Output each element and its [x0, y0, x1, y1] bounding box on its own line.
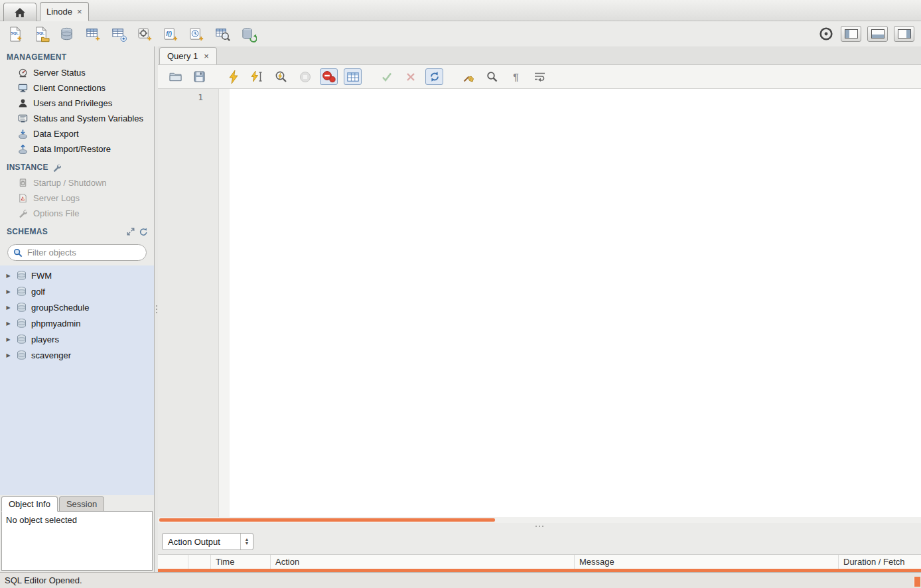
open-sql-script-icon[interactable]: SQL	[33, 25, 50, 43]
schema-item-phpmyadmin[interactable]: ▶ phpmyadmin	[0, 315, 154, 331]
column-duration: Duration / Fetch	[839, 555, 921, 569]
sidebar-item-label: Server Logs	[33, 193, 80, 203]
wrap-text-icon[interactable]	[531, 68, 549, 85]
filter-objects-input[interactable]	[26, 247, 145, 258]
expander-icon[interactable]: ▶	[5, 321, 11, 327]
limit-rows-icon[interactable]	[344, 68, 362, 85]
toggle-bottom-panel-button[interactable]	[867, 26, 888, 42]
search-table-data-icon[interactable]	[214, 25, 232, 43]
schema-item-fwm[interactable]: ▶ FWM	[0, 267, 154, 283]
toggle-autocommit-icon[interactable]	[425, 68, 443, 85]
schema-label: golf	[31, 287, 45, 297]
power-icon	[17, 178, 28, 188]
column-index	[188, 555, 211, 569]
output-splitter[interactable]	[158, 523, 921, 529]
expander-icon[interactable]: ▶	[5, 352, 11, 358]
line-number-gutter: 1	[158, 89, 219, 517]
object-info-tab-bar: Object Info Session	[0, 495, 154, 512]
create-schema-icon[interactable]	[58, 25, 76, 43]
reconnect-dbms-icon[interactable]	[240, 25, 257, 43]
sidebar-item-label: Data Import/Restore	[33, 144, 111, 154]
query-tab-bar: Query 1 ×	[158, 46, 921, 65]
create-table-icon[interactable]	[84, 25, 102, 43]
output-panel: Action Output ▲▼ Time Action Message Dur…	[158, 529, 921, 572]
connection-status-icon[interactable]	[817, 25, 835, 43]
editor-hscrollbar[interactable]	[158, 517, 921, 523]
beautify-icon[interactable]	[459, 68, 477, 85]
create-view-icon[interactable]	[110, 25, 128, 43]
toggle-right-panel-button[interactable]	[894, 26, 914, 42]
find-icon[interactable]	[483, 68, 501, 85]
tab-object-info[interactable]: Object Info	[1, 496, 58, 512]
tab-session[interactable]: Session	[59, 496, 104, 512]
toggle-left-panel-button[interactable]	[841, 26, 861, 42]
schema-item-players[interactable]: ▶ players	[0, 331, 154, 347]
open-script-icon[interactable]	[167, 68, 184, 85]
sidebar-item-startup-shutdown[interactable]: Startup / Shutdown	[0, 175, 154, 190]
sidebar: MANAGEMENT Server Status Client Connecti…	[0, 46, 154, 572]
sidebar-item-data-import[interactable]: Data Import/Restore	[0, 141, 154, 157]
expand-schemas-icon[interactable]	[127, 228, 135, 236]
expander-icon[interactable]: ▶	[5, 289, 11, 295]
schema-icon	[16, 302, 27, 313]
stepper-icon[interactable]: ▲▼	[240, 534, 253, 550]
output-toolbar: Action Output ▲▼	[158, 529, 921, 554]
output-type-select[interactable]: Action Output ▲▼	[162, 533, 253, 550]
sidebar-item-server-logs[interactable]: A Server Logs	[0, 190, 154, 206]
connection-tab[interactable]: Linode ×	[40, 2, 89, 21]
sidebar-item-options-file[interactable]: Options File	[0, 206, 154, 221]
expander-icon[interactable]: ▶	[5, 336, 11, 342]
stop-icon[interactable]	[296, 68, 314, 85]
show-invisibles-icon[interactable]: ¶	[507, 68, 525, 85]
instance-section-header: INSTANCE	[0, 157, 154, 175]
explain-icon[interactable]	[272, 68, 290, 85]
schema-item-golf[interactable]: ▶ golf	[0, 283, 154, 299]
rollback-icon[interactable]	[401, 68, 419, 85]
connection-tab-close-icon[interactable]: ×	[77, 7, 82, 16]
expander-icon[interactable]: ▶	[5, 305, 11, 311]
sidebar-item-users-privileges[interactable]: Users and Privileges	[0, 96, 154, 111]
sidebar-item-client-connections[interactable]: Client Connections	[0, 80, 154, 96]
schemas-section-header: SCHEMAS	[0, 221, 154, 240]
tab-label: Object Info	[9, 499, 50, 509]
expander-icon[interactable]: ▶	[5, 273, 11, 279]
tab-label: Session	[66, 499, 97, 509]
schema-item-groupschedule[interactable]: ▶ groupSchedule	[0, 299, 154, 315]
create-function-icon[interactable]: f()	[162, 25, 180, 43]
svg-text:f(): f()	[166, 31, 172, 37]
schema-label: phpmyadmin	[31, 319, 80, 329]
query-tab-label: Query 1	[167, 51, 198, 61]
sidebar-item-label: Options File	[33, 208, 79, 218]
home-tab[interactable]	[3, 3, 36, 21]
create-event-icon[interactable]	[188, 25, 206, 43]
options-wrench-icon	[17, 208, 28, 219]
sidebar-item-label: Users and Privileges	[33, 98, 112, 108]
query-tab-close-icon[interactable]: ×	[204, 52, 209, 60]
commit-icon[interactable]	[378, 68, 395, 85]
sidebar-item-label: Data Export	[33, 129, 79, 139]
new-query-tab-icon[interactable]: SQL	[7, 25, 25, 43]
schema-tree: ▶ FWM ▶ golf ▶ groupSchedule ▶ phpmyadmi…	[0, 265, 154, 495]
schemas-title: SCHEMAS	[7, 227, 48, 236]
output-vscrollbar-thumb[interactable]	[914, 577, 920, 587]
sql-editor[interactable]: 1	[158, 89, 921, 517]
schema-item-scavenger[interactable]: ▶ scavenger	[0, 347, 154, 363]
svg-text:SQL: SQL	[11, 31, 19, 35]
sidebar-item-server-status[interactable]: Server Status	[0, 65, 154, 80]
execute-icon[interactable]	[224, 68, 242, 85]
save-script-icon[interactable]	[190, 68, 208, 85]
execute-current-icon[interactable]	[248, 68, 266, 85]
toggle-stop-on-error-icon[interactable]	[320, 68, 338, 85]
create-procedure-icon[interactable]	[136, 25, 154, 43]
sidebar-item-data-export[interactable]: Data Export	[0, 126, 154, 141]
log-file-icon: A	[17, 193, 28, 204]
schema-icon	[16, 286, 27, 297]
sql-text-area[interactable]	[230, 89, 921, 517]
export-icon	[17, 129, 28, 139]
instance-title: INSTANCE	[7, 163, 48, 172]
hscrollbar-thumb[interactable]	[159, 518, 495, 522]
sidebar-item-status-system-variables[interactable]: Status and System Variables	[0, 111, 154, 126]
refresh-schemas-icon[interactable]	[139, 228, 147, 236]
tab-query-1[interactable]: Query 1 ×	[159, 47, 217, 64]
output-type-value: Action Output	[163, 534, 240, 550]
